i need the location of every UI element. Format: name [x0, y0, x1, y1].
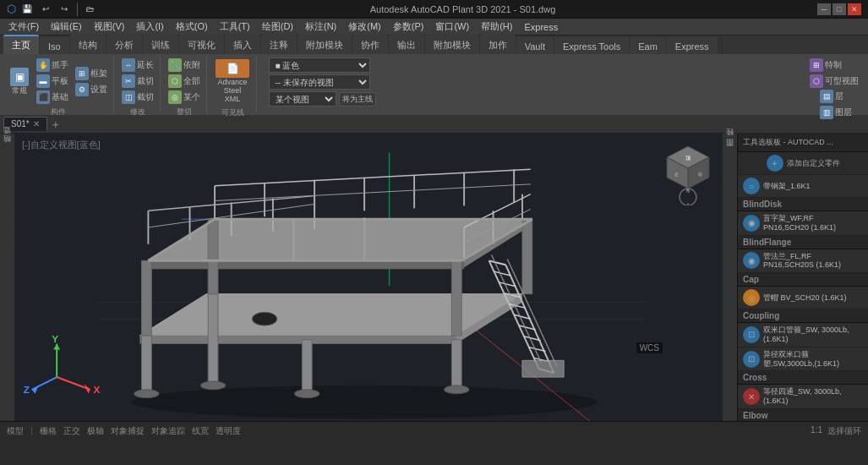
layer-dropdown[interactable]: -- 未保存的视图	[269, 74, 370, 90]
viewport[interactable]: [-]自定义视图[蓝色]	[15, 134, 722, 421]
menu-item-t[interactable]: 工具(T)	[215, 19, 255, 35]
ribbon-btn-grab[interactable]: ✋ 抓手	[34, 57, 71, 73]
minimize-button[interactable]: ─	[817, 3, 831, 15]
ribbon-btn-layer2[interactable]: ▥ 图层	[817, 105, 854, 120]
status-polar[interactable]: 极轴	[87, 425, 104, 437]
ribbon-tab-[interactable]: 主页	[3, 35, 39, 54]
ribbon-tab-[interactable]: 附加模块	[425, 35, 479, 54]
tab-close-btn[interactable]: ✕	[33, 119, 40, 129]
vtab-layers[interactable]: 图层	[723, 147, 737, 157]
quick-open-btn[interactable]: 🗁	[83, 2, 98, 17]
new-tab-btn[interactable]: +	[49, 118, 63, 131]
ribbon-tab-iso[interactable]: Iso	[40, 37, 69, 54]
cap-icon: ◎	[743, 289, 760, 306]
quick-undo-btn[interactable]: ↩	[38, 2, 53, 17]
rp-item-cap[interactable]: ◎ 管帽 BV_SCH20 (1.6K1)	[738, 287, 868, 309]
maximize-button[interactable]: □	[833, 3, 846, 15]
add-custom-part-btn[interactable]: + 添加自定义零件	[738, 152, 868, 175]
ribbon-btn-all[interactable]: ⬡ 全部	[166, 74, 203, 89]
ribbon-tab-expresstools[interactable]: Express Tools	[554, 37, 629, 54]
menu-item-n[interactable]: 标注(N)	[300, 19, 341, 35]
ribbon-btn-base[interactable]: ⬛ 基础	[34, 90, 71, 105]
menu-item-d[interactable]: 绘图(D)	[257, 19, 298, 35]
left-tab-2[interactable]: 结构	[0, 145, 14, 152]
ribbon-tab-[interactable]: 协作	[352, 35, 388, 54]
ribbon-btn-single[interactable]: ◎ 某个	[166, 90, 203, 105]
ribbon-btn-general[interactable]: ▣ 常规	[7, 66, 32, 97]
menu-item-express[interactable]: Express	[519, 20, 563, 34]
menu-item-w[interactable]: 窗口(W)	[430, 19, 474, 35]
ribbon-btn-frame[interactable]: ⊞ 框架	[73, 66, 110, 81]
ribbon-tab-[interactable]: 附加模块	[298, 35, 352, 54]
status-transparency[interactable]: 透明度	[216, 425, 241, 437]
menu-item-h[interactable]: 帮助(H)	[476, 19, 517, 35]
ribbon-btn-xml[interactable]: 📄 Advance Steel XML	[212, 57, 253, 106]
ribbon-btn-cut[interactable]: ✂ 裁切	[119, 74, 156, 89]
color-dropdown[interactable]: ■ 蓝色 ■ 红色 ■ 绿色 ■ 白色	[269, 57, 370, 73]
svg-text:N: N	[686, 189, 690, 194]
ribbon-tab-[interactable]: 分析	[106, 35, 142, 54]
close-button[interactable]: ✕	[848, 3, 861, 15]
ribbon-btn-layer1[interactable]: ▤ 层	[817, 89, 854, 104]
svg-line-70	[57, 377, 90, 390]
ribbon-group-trim: 📎 依附 ⬡ 全部 ◎ 某个 整切	[162, 56, 207, 113]
status-ortho[interactable]: 正交	[63, 425, 80, 437]
ribbon-btn-special1[interactable]: ⊞ 特制	[807, 57, 861, 73]
svg-line-26	[215, 184, 531, 201]
svg-point-39	[294, 390, 319, 398]
category-blinddisk: BlindDisk	[738, 198, 868, 211]
ribbon-tab-eam[interactable]: Eam	[630, 37, 666, 54]
add-icon: +	[767, 155, 783, 172]
ribbon-btn-plate[interactable]: ▬ 平板	[34, 74, 71, 89]
view-dropdown[interactable]: 某个视图	[269, 91, 336, 107]
ribbon-group-modify: ↔ 延长 ✂ 裁切 ◫ 截切 修改	[116, 56, 161, 113]
rp-item-coupling2[interactable]: ⊡ 异径双米口箍塑,SW,3000Lb,(1.6K1)	[738, 347, 868, 372]
status-otrack[interactable]: 对象追踪	[151, 425, 185, 437]
window-title: Autodesk AutoCAD Plant 3D 2021 - S01.dwg	[108, 4, 817, 14]
ribbon-tab-[interactable]: 输出	[389, 35, 424, 54]
menu-item-e[interactable]: 编辑(E)	[46, 19, 87, 35]
annotate-btn[interactable]: 将为主线	[339, 92, 376, 107]
svg-text:Z: Z	[24, 384, 30, 396]
menu-item-m[interactable]: 修改(M)	[343, 19, 386, 35]
status-coords: 选择循环	[827, 425, 861, 437]
ribbon-btn-settings[interactable]: ⚙ 设置	[73, 82, 110, 97]
rp-item-steelframe[interactable]: ○ 带钢架_1.6K1	[738, 175, 868, 198]
tab-label: S01*	[11, 119, 30, 129]
menu-item-p[interactable]: 参数(P)	[388, 19, 429, 35]
ribbon-tab-express[interactable]: Express	[667, 37, 718, 54]
ribbon-tab-[interactable]: 插入	[225, 35, 260, 54]
rp-item-blindflange[interactable]: ◉ 管法兰_FL,RFPN16,SCH20S (1.6K1)	[738, 249, 868, 274]
ribbon-tab-vault[interactable]: Vault	[516, 37, 554, 54]
rp-item-blinddisk[interactable]: ◉ 盲字架_WF,RFPN16,SCH20 (1.6K1)	[738, 211, 868, 236]
cross-icon: ✕	[743, 388, 760, 405]
status-lineweight[interactable]: 线宽	[192, 425, 209, 437]
menu-item-o[interactable]: 格式(O)	[171, 19, 213, 35]
ribbon-tab-[interactable]: 注释	[261, 35, 297, 54]
ribbon-btn-extend[interactable]: ↔ 延长	[119, 57, 156, 73]
ribbon-tab-[interactable]: 训练	[143, 35, 178, 54]
rp-item-coupling1[interactable]: ⊡ 双米口管箍_SW, 3000Lb,(1.6K1)	[738, 323, 868, 347]
ribbon-tab-[interactable]: 加作	[480, 35, 516, 54]
ribbon-tab-[interactable]: 可视化	[179, 35, 224, 54]
svg-text:X: X	[93, 384, 100, 396]
quick-redo-btn[interactable]: ↪	[57, 2, 72, 17]
menu-item-v[interactable]: 视图(V)	[89, 19, 130, 35]
wcs-label: WCS	[636, 342, 663, 353]
ribbon-tab-[interactable]: 结构	[70, 35, 106, 54]
quick-save-btn[interactable]: 💾	[19, 2, 35, 17]
left-tab-1[interactable]: 管道	[0, 137, 14, 144]
status-osnap[interactable]: 对象捕捉	[111, 425, 145, 437]
ribbon-btn-attach[interactable]: 📎 依附	[166, 57, 203, 73]
svg-text:前: 前	[698, 172, 702, 177]
menu-item-f[interactable]: 文件(F)	[3, 19, 44, 35]
ribbon-btn-model-view[interactable]: ⬡ 可型视图	[807, 74, 861, 89]
menu-item-i[interactable]: 插入(I)	[131, 19, 168, 35]
viewport-tab-s01[interactable]: S01* ✕	[3, 117, 47, 131]
svg-point-35	[252, 312, 277, 326]
view-cube[interactable]: 顶 前 左 N	[663, 142, 713, 193]
status-snap[interactable]: 栅格	[40, 425, 57, 437]
rp-item-cross[interactable]: ✕ 等径四通_SW, 3000Lb,(1.6K1)	[738, 385, 868, 409]
ribbon-btn-slice[interactable]: ◫ 截切	[119, 90, 156, 105]
vtab-properties[interactable]: 特性	[723, 137, 737, 147]
